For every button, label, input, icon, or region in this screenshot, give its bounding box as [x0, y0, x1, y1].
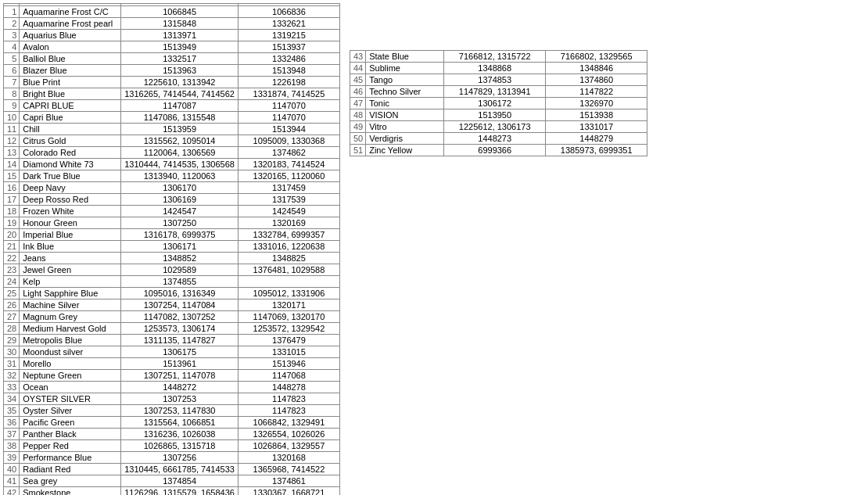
- table-row: 16Deep Navy13061701317459: [4, 182, 340, 194]
- table-row: 45Tango13748531374860: [350, 74, 647, 86]
- table-row: 13Colorado Red1120064, 13065691374862: [4, 147, 340, 159]
- table-cell: 1365968, 7414522: [238, 464, 339, 475]
- table-row: 44Sublime13488681348846: [350, 63, 647, 74]
- table-row: 22Jeans13488521348825: [4, 253, 340, 264]
- table-cell: 1376479: [238, 335, 339, 346]
- table-cell: 8: [4, 88, 20, 100]
- table-cell: 36: [4, 417, 20, 429]
- table-cell: 1313940, 1120063: [121, 170, 239, 182]
- table-cell: Medium Harvest Gold: [20, 323, 121, 335]
- table-cell: 1307250: [121, 217, 239, 229]
- table-cell: Moondust silver: [20, 346, 121, 358]
- table-cell: 1513949: [121, 41, 239, 53]
- table-cell: 1095016, 1316349: [121, 288, 239, 300]
- table-cell: 1513948: [238, 65, 339, 77]
- table-cell: Sublime: [366, 63, 444, 74]
- table-cell: 1332517: [121, 53, 239, 65]
- table-cell: 1448273: [444, 133, 546, 145]
- table-cell: 1147087: [121, 100, 239, 112]
- table-row: 28Medium Harvest Gold1253573, 1306174125…: [4, 323, 340, 335]
- table-cell: 1307256: [121, 452, 239, 464]
- table-cell: 1320165, 1120060: [238, 170, 339, 182]
- table-cell: 1147069, 1320170: [238, 311, 339, 323]
- table-cell: 1326970: [546, 98, 647, 109]
- table-cell: 50: [350, 133, 365, 145]
- table-cell: Metropolis Blue: [20, 335, 121, 346]
- table-cell: 1147822: [546, 86, 647, 98]
- table-cell: 6999366: [444, 145, 546, 156]
- table-cell: 1306170: [121, 182, 239, 194]
- table-cell: 14: [4, 159, 20, 170]
- table-row: 48VISION15139501513938: [350, 109, 647, 121]
- main-container: 1Aquamarine Frost C/C106684510668362Aqua…: [3, 3, 865, 495]
- table-cell: 1374861: [238, 475, 339, 487]
- table-cell: 1307253: [121, 393, 239, 405]
- table-cell: 1331016, 1220638: [238, 241, 339, 253]
- table-cell: Radiant Red: [20, 464, 121, 475]
- table-cell: 1147823: [238, 405, 339, 417]
- table-cell: 42: [4, 487, 20, 496]
- table-cell: 23: [4, 264, 20, 276]
- table-cell: 1225612, 1306173: [444, 121, 546, 133]
- table-cell: 1226198: [238, 77, 339, 88]
- table-row: 39Performance Blue13072561320168: [4, 452, 340, 464]
- table-cell: 1095012, 1331906: [238, 288, 339, 300]
- table-cell: 1348852: [121, 253, 239, 264]
- table-cell: 19: [4, 217, 20, 229]
- table-cell: 51: [350, 145, 365, 156]
- table-cell: 1331874, 7414525: [238, 88, 339, 100]
- table-cell: Deep Rosso Red: [20, 194, 121, 206]
- table-cell: Deep Navy: [20, 182, 121, 194]
- table-row: 21Ink Blue13061711331016, 1220638: [4, 241, 340, 253]
- table-cell: 1: [4, 6, 20, 18]
- table-cell: 30: [4, 346, 20, 358]
- table-cell: Honour Green: [20, 217, 121, 229]
- table-cell: 1513946: [238, 358, 339, 370]
- table-cell: 18: [4, 206, 20, 217]
- table-cell: 1066842, 1329491: [238, 417, 339, 429]
- table-cell: 1348868: [444, 63, 546, 74]
- table-cell: Frozen White: [20, 206, 121, 217]
- table-cell: 1374855: [121, 276, 239, 288]
- table-row: 20Imperial Blue1316178, 69993751332784, …: [4, 229, 340, 241]
- table-row: 49Vitro1225612, 13061731331017: [350, 121, 647, 133]
- table-cell: Jeans: [20, 253, 121, 264]
- table-cell: 38: [4, 440, 20, 452]
- table-cell: 16: [4, 182, 20, 194]
- table-cell: Colorado Red: [20, 147, 121, 159]
- table-cell: 1120064, 1306569: [121, 147, 239, 159]
- table-cell: 49: [350, 121, 365, 133]
- table-cell: 1315564, 1066851: [121, 417, 239, 429]
- table-cell: 1374860: [546, 74, 647, 86]
- table-row: 36Pacific Green1315564, 10668511066842, …: [4, 417, 340, 429]
- table-cell: 47: [350, 98, 365, 109]
- table-cell: 1513938: [546, 109, 647, 121]
- table-cell: 7: [4, 77, 20, 88]
- table-cell: 10: [4, 112, 20, 124]
- table-cell: Balliol Blue: [20, 53, 121, 65]
- table-cell: Blazer Blue: [20, 65, 121, 77]
- table-cell: Tonic: [366, 98, 444, 109]
- table-cell: 1448272: [121, 382, 239, 393]
- table-cell: 1066836: [238, 6, 339, 18]
- table-cell: 1374862: [238, 147, 339, 159]
- table-cell: 1320183, 7414524: [238, 159, 339, 170]
- table-cell: CAPRI BLUE: [20, 100, 121, 112]
- table-cell: 7166802, 1329565: [546, 51, 647, 63]
- table-cell: 1332621: [238, 18, 339, 30]
- table-cell: Capri Blue: [20, 112, 121, 124]
- table-cell: 1029589: [121, 264, 239, 276]
- table-cell: 45: [350, 74, 365, 86]
- table-cell: 1326554, 1026026: [238, 429, 339, 440]
- table-cell: Techno Silver: [366, 86, 444, 98]
- table-cell: 1126296, 1315579, 1658436: [121, 487, 239, 496]
- table-row: 17Deep Rosso Red13061691317539: [4, 194, 340, 206]
- table-row: 11Chill15139591513944: [4, 124, 340, 135]
- table-cell: 37: [4, 429, 20, 440]
- table-cell: State Blue: [366, 51, 444, 63]
- table-row: 30Moondust silver13061751331015: [4, 346, 340, 358]
- table-cell: 1026865, 1315718: [121, 440, 239, 452]
- table-cell: Bright Blue: [20, 88, 121, 100]
- table-cell: 13: [4, 147, 20, 159]
- table-cell: Machine Silver: [20, 300, 121, 311]
